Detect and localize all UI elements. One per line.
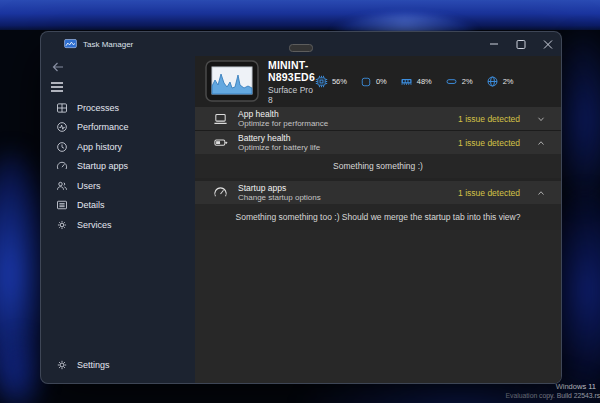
gpu-stat: 0% [360, 76, 387, 88]
startup-apps-details: Something something too :) Should we mer… [195, 204, 561, 230]
section-text: Battery health Optimize for battery life [238, 133, 320, 152]
chevron-up-icon[interactable] [536, 188, 546, 198]
sidebar-item-label: Details [77, 200, 105, 210]
task-manager-app-icon [64, 39, 77, 49]
startup-apps-icon [56, 160, 68, 172]
memory-icon [400, 75, 413, 88]
resource-stats: 56% 0% [315, 75, 514, 88]
processes-icon [56, 102, 68, 114]
back-button[interactable] [51, 59, 69, 72]
window-controls [480, 32, 561, 56]
minimize-button[interactable] [480, 32, 507, 56]
laptop-icon [213, 111, 228, 126]
performance-icon [56, 121, 68, 133]
maximize-icon [515, 39, 527, 50]
hamburger-icon [50, 81, 64, 93]
sidebar-item-label: Performance [77, 122, 129, 132]
memory-usage: 48% [417, 77, 432, 86]
chevron-up-icon[interactable] [536, 138, 546, 148]
minimize-icon [488, 39, 500, 49]
health-overview-page: MININT-N893ED6 Surface Pro 8 56% [195, 56, 561, 383]
settings-gear-icon [56, 359, 68, 371]
sidebar-item-settings[interactable]: Settings [45, 356, 191, 376]
users-icon [56, 180, 68, 192]
window-title: Task Manager [83, 40, 133, 49]
window-body: Processes Performance App history [41, 56, 561, 383]
disk-usage: 2% [462, 77, 473, 86]
sidebar-nav: Processes Performance App history [41, 98, 195, 235]
device-header: MININT-N893ED6 Surface Pro 8 56% [195, 56, 561, 107]
startup-apps-detail-text: Something something too :) Should we mer… [236, 212, 521, 222]
sidebar-item-services[interactable]: Services [45, 215, 191, 235]
section-subtitle: Optimize for battery life [238, 143, 320, 152]
section-subtitle: Change startup options [238, 193, 321, 202]
sidebar-item-label: Users [77, 181, 101, 191]
content-empty-area [195, 230, 561, 383]
sidebar-item-label: Services [77, 220, 112, 230]
section-text: App health Optimize for performance [238, 109, 328, 128]
device-performance-thumbnail [205, 60, 259, 102]
sidebar-item-performance[interactable]: Performance [45, 118, 191, 138]
sidebar-item-label: Settings [77, 360, 110, 370]
sidebar-item-processes[interactable]: Processes [45, 98, 191, 118]
network-stat: 2% [486, 75, 514, 88]
app-history-icon [56, 141, 68, 153]
titlebar: Task Manager [41, 32, 561, 56]
watermark-os-line: Windows 11 [556, 382, 596, 391]
section-subtitle: Optimize for performance [238, 119, 328, 128]
battery-health-row[interactable]: Battery health Optimize for battery life… [195, 131, 561, 154]
close-icon [542, 39, 554, 50]
cpu-usage: 56% [332, 77, 347, 86]
section-text: Startup apps Change startup options [238, 183, 321, 202]
section-title: Startup apps [238, 183, 321, 193]
details-icon [56, 199, 68, 211]
cpu-stat: 56% [315, 75, 347, 88]
chevron-down-icon[interactable] [536, 114, 546, 124]
sidebar-item-app-history[interactable]: App history [45, 137, 191, 157]
startup-gauge-icon [213, 185, 228, 200]
issue-status-badge: 1 issue detected [458, 188, 520, 198]
device-name: MININT-N893ED6 [268, 59, 315, 83]
issue-status-badge: 1 issue detected [458, 138, 520, 148]
battery-health-details: Something something :) [195, 154, 561, 178]
gpu-usage: 0% [376, 77, 387, 86]
device-model: Surface Pro 8 [268, 85, 315, 105]
maximize-button[interactable] [507, 32, 534, 56]
device-info: MININT-N893ED6 Surface Pro 8 [268, 59, 315, 105]
sidebar-item-label: Startup apps [77, 161, 128, 171]
header-drag-handle[interactable] [289, 44, 313, 52]
disk-icon [445, 75, 458, 88]
battery-health-detail-text: Something something :) [333, 161, 423, 171]
sidebar-item-users[interactable]: Users [45, 176, 191, 196]
watermark-build-line: Evaluation copy. Build 22543.rs_pr [505, 391, 600, 400]
back-arrow-icon [51, 61, 65, 73]
app-health-row[interactable]: App health Optimize for performance 1 is… [195, 107, 561, 130]
memory-stat: 48% [400, 75, 432, 88]
titlebar-left: Task Manager [41, 39, 133, 49]
battery-icon [213, 135, 228, 150]
cpu-icon [315, 75, 328, 88]
evaluation-watermark: Windows 11 Evaluation copy. Build 22543.… [556, 382, 596, 391]
services-icon [56, 219, 68, 231]
close-button[interactable] [534, 32, 561, 56]
section-title: App health [238, 109, 328, 119]
nav-menu-button[interactable] [50, 79, 68, 92]
sidebar-item-label: Processes [77, 103, 119, 113]
sidebar-item-details[interactable]: Details [45, 196, 191, 216]
gpu-icon [360, 76, 372, 88]
sidebar: Processes Performance App history [41, 56, 195, 383]
sidebar-item-label: App history [77, 142, 122, 152]
section-title: Battery health [238, 133, 320, 143]
sidebar-item-startup-apps[interactable]: Startup apps [45, 157, 191, 177]
issue-status-badge: 1 issue detected [458, 114, 520, 124]
network-globe-icon [486, 75, 499, 88]
wallpaper-top-band [0, 0, 600, 30]
task-manager-window: Task Manager [40, 31, 562, 384]
network-usage: 2% [503, 77, 514, 86]
startup-apps-row[interactable]: Startup apps Change startup options 1 is… [195, 181, 561, 204]
desktop: { "desktop": { "watermark_line1": "Windo… [0, 0, 600, 403]
disk-stat: 2% [445, 75, 473, 88]
